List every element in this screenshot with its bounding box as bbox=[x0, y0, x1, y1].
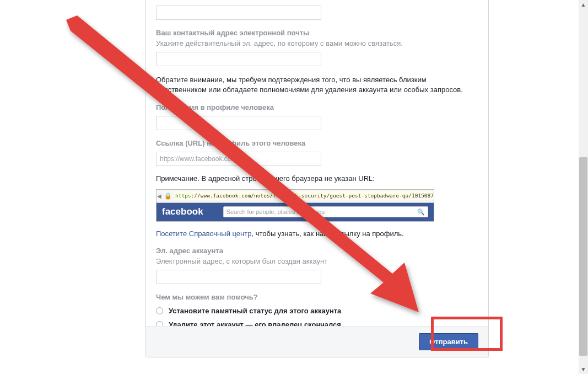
radio-icon bbox=[156, 307, 163, 314]
how-help-label: Чем мы можем вам помочь? bbox=[156, 293, 478, 301]
example-url-text: https://www.facebook.com/notes/facebook-… bbox=[174, 191, 434, 200]
scrollbar-track[interactable]: ▲ ▼ bbox=[579, 0, 588, 374]
account-email-label: Эл. адрес аккаунта bbox=[156, 247, 478, 255]
search-placeholder: Search for people, places and things bbox=[226, 209, 417, 215]
scroll-up-icon[interactable]: ▲ bbox=[579, 0, 588, 9]
account-email-input[interactable] bbox=[156, 270, 321, 284]
help-center-link[interactable]: Посетите Справочный центр, bbox=[156, 229, 253, 238]
url-example-image: ◀ 🔒 https://www.facebook.com/notes/faceb… bbox=[156, 189, 434, 222]
full-name-input[interactable] bbox=[156, 116, 321, 130]
nav-back-icon: ◀ bbox=[157, 193, 162, 199]
browser-url-bar: ◀ 🔒 https://www.facebook.com/notes/faceb… bbox=[157, 190, 434, 203]
facebook-logo: facebook bbox=[162, 206, 203, 217]
facebook-search-box: Search for people, places and things 🔍 bbox=[223, 206, 428, 217]
name-input[interactable] bbox=[156, 6, 321, 20]
submit-button[interactable]: Отправить bbox=[419, 333, 478, 350]
help-center-suffix: чтобы узнать, как найти ссылку на профил… bbox=[256, 229, 404, 238]
search-icon: 🔍 bbox=[417, 209, 425, 216]
profile-url-label: Ссылка (URL) на профиль этого человека bbox=[156, 139, 478, 147]
scrollbar-thumb[interactable] bbox=[579, 157, 587, 356]
lock-icon: 🔒 bbox=[162, 193, 174, 200]
scroll-down-icon[interactable]: ▼ bbox=[579, 365, 588, 374]
page-viewport: Ваш контактный адрес электронной почты У… bbox=[0, 0, 588, 374]
full-name-label: Полное имя в профиле человека bbox=[156, 103, 478, 111]
form-footer: Отправить bbox=[146, 326, 488, 357]
profile-url-input[interactable] bbox=[156, 152, 321, 166]
contact-email-label: Ваш контактный адрес электронной почты bbox=[156, 29, 478, 37]
account-email-hint: Электронный адрес, с которым был создан … bbox=[156, 257, 478, 265]
contact-email-hint: Укажите действительный эл. адрес, по кот… bbox=[156, 39, 478, 47]
form-card: Ваш контактный адрес электронной почты У… bbox=[145, 0, 489, 357]
contact-email-input[interactable] bbox=[156, 52, 321, 66]
facebook-header-bar: facebook Search for people, places and t… bbox=[157, 203, 434, 221]
help-center-line: Посетите Справочный центр, чтобы узнать,… bbox=[156, 229, 478, 238]
form-content: Ваш контактный адрес электронной почты У… bbox=[146, 0, 488, 356]
attention-note: Обратите внимание, мы требуем подтвержде… bbox=[156, 75, 479, 94]
option-memorialize[interactable]: Установите памятный статус для этого акк… bbox=[156, 307, 478, 315]
url-note: Примечание. В адресной строке вашего бра… bbox=[156, 174, 478, 184]
